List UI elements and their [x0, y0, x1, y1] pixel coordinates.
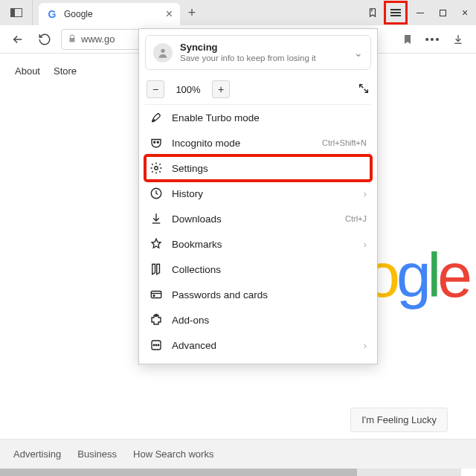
svg-point-6 [153, 295, 155, 297]
back-button[interactable] [7, 29, 28, 50]
browser-tab[interactable]: G Google × [39, 3, 180, 25]
zoom-controls: − 100% + [145, 76, 371, 105]
zoom-in-button[interactable]: + [212, 80, 230, 98]
tab-close-icon[interactable]: × [166, 8, 173, 20]
google-logo-fragment: ogle [365, 239, 469, 312]
sidebar-toggle[interactable] [0, 0, 33, 25]
mask-icon [149, 136, 163, 149]
page-footer: Advertising Business How Search works [0, 439, 476, 469]
horizontal-scrollbar[interactable] [0, 469, 461, 476]
svg-point-0 [161, 48, 164, 52]
svg-point-2 [157, 142, 158, 144]
card-icon [149, 288, 163, 301]
sync-card[interactable]: Syncing Save your info to keep from losi… [145, 35, 371, 70]
avatar-icon [153, 43, 173, 62]
google-favicon-icon: G [46, 8, 58, 20]
nav-about[interactable]: About [15, 65, 40, 77]
menu-item-passwords[interactable]: Passwords and cards [145, 282, 371, 307]
main-menu-button[interactable] [384, 1, 408, 25]
chevron-down-icon: ⌄ [354, 47, 363, 59]
menu-item-collections[interactable]: Collections [145, 257, 371, 282]
footer-business[interactable]: Business [77, 448, 117, 460]
rocket-icon [149, 111, 163, 124]
history-icon [149, 187, 163, 200]
window-maximize[interactable] [431, 0, 454, 25]
menu-item-advanced[interactable]: Advanced › [145, 332, 371, 358]
footer-advertising[interactable]: Advertising [13, 448, 61, 460]
puzzle-icon [149, 313, 163, 327]
svg-point-3 [155, 167, 158, 170]
main-menu-panel: Syncing Save your info to keep from losi… [138, 28, 378, 364]
gear-icon [149, 161, 163, 175]
lock-icon [68, 33, 77, 46]
nav-store[interactable]: Store [54, 65, 77, 77]
menu-item-addons[interactable]: Add-ons [145, 307, 371, 332]
chevron-right-icon: › [364, 340, 367, 351]
svg-point-9 [153, 345, 155, 347]
menu-item-history[interactable]: History › [145, 181, 371, 206]
bookmark-page-icon[interactable] [397, 29, 418, 50]
zoom-out-button[interactable]: − [147, 80, 164, 98]
downloads-toolbar-icon[interactable] [448, 29, 469, 50]
chevron-right-icon: › [364, 239, 367, 250]
reload-button[interactable] [34, 29, 55, 50]
menu-item-bookmarks[interactable]: Bookmarks › [145, 231, 371, 257]
star-icon [149, 237, 163, 251]
new-tab-button[interactable]: + [180, 0, 204, 25]
fullscreen-button[interactable] [358, 83, 370, 97]
collections-titlebar-icon[interactable] [361, 0, 384, 25]
collections-icon [149, 263, 163, 276]
menu-item-turbo[interactable]: Enable Turbo mode [145, 105, 371, 130]
menu-item-downloads[interactable]: Downloads Ctrl+J [145, 206, 371, 231]
panel-icon [10, 8, 22, 17]
svg-point-11 [158, 345, 159, 347]
zoom-value: 100% [170, 84, 206, 95]
hamburger-icon [390, 9, 401, 16]
menu-item-incognito[interactable]: Incognito mode Ctrl+Shift+N [145, 130, 371, 155]
chevron-right-icon: › [364, 188, 367, 199]
svg-point-1 [154, 142, 155, 144]
url-text: www.go [81, 33, 115, 45]
svg-point-10 [155, 345, 157, 347]
window-close[interactable]: × [454, 0, 476, 25]
more-actions-icon[interactable]: ••• [422, 29, 443, 50]
more-icon [149, 338, 163, 352]
window-minimize[interactable] [409, 0, 431, 25]
download-icon [149, 212, 163, 225]
sync-subtitle: Save your info to keep from losing it [180, 54, 347, 64]
sync-title: Syncing [180, 42, 347, 54]
svg-rect-5 [151, 292, 161, 298]
footer-how[interactable]: How Search works [133, 448, 213, 460]
tab-title: Google [64, 9, 166, 19]
lucky-button[interactable]: I'm Feeling Lucky [350, 408, 448, 432]
menu-item-settings[interactable]: Settings [145, 155, 371, 181]
